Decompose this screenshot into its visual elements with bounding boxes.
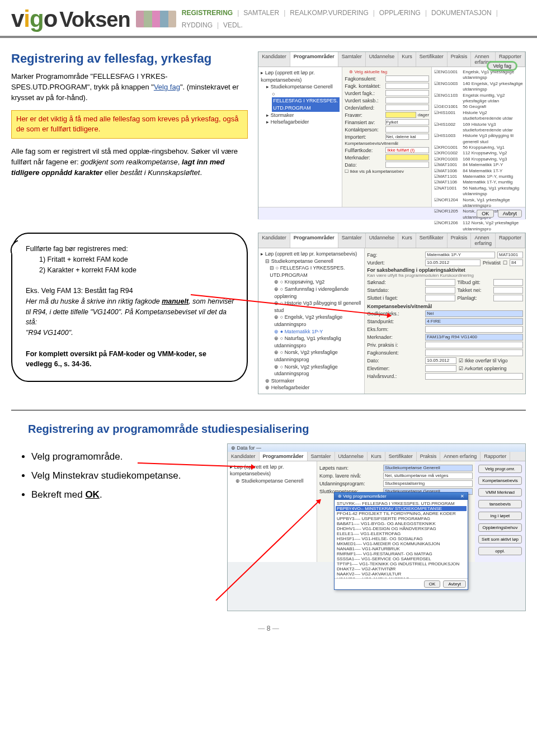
tab-kurs[interactable]: Kurs — [398, 233, 416, 248]
tab-programområder[interactable]: Programområder — [290, 52, 338, 67]
avkortet-checkbox[interactable]: Avkortet opplæring — [464, 366, 506, 371]
kontaktperson-input[interactable] — [385, 126, 429, 133]
tab-sertifikater[interactable]: Sertifikater — [416, 52, 447, 67]
shot3-tree[interactable]: ▸ Løp (opprett ett løp pr. kompetansebev… — [228, 461, 317, 562]
tab-sertifikater[interactable]: Sertifikater — [416, 233, 447, 248]
tab-programområder[interactable]: Programområder — [290, 233, 338, 248]
tab-praksis[interactable]: Praksis — [447, 233, 472, 248]
tab-samtaler[interactable]: Samtaler — [338, 52, 366, 67]
tab-sertifikater[interactable]: Sertifikater — [385, 452, 417, 461]
popup-avbryt-button[interactable]: Avbryt — [443, 580, 466, 588]
sluttet-input[interactable] — [425, 295, 455, 301]
fag-row[interactable]: ☑MAT1101Matematikk 1P-Y, muntlig — [434, 174, 523, 179]
velg-fag-link[interactable]: Velg fag — [154, 83, 180, 91]
avbryt-button[interactable]: Avbryt — [498, 210, 522, 218]
ikke-overfor-checkbox[interactable]: Ikke overfør til Vigo — [465, 358, 508, 363]
tansebevis-button[interactable]: tansebevis — [478, 500, 522, 508]
fag-row[interactable]: ☑GEO100156 Geografi — [434, 104, 523, 110]
tab-utdannelse[interactable]: Utdannelse — [335, 452, 368, 461]
fag-row[interactable]: ☑MAT1106Matematikk 1T-Y, muntlig — [434, 179, 523, 185]
fag-row[interactable]: ☑NOR1206112 Norsk, Vg2 yrkesfaglige utda… — [434, 220, 523, 232]
popup-item[interactable]: MKMED1---- VG1-MEDIER OG KOMMUNIKASJON — [336, 541, 467, 546]
fag-input[interactable]: Matematikk 1P-Y — [425, 252, 495, 258]
vmm-merknad-button[interactable]: VMM Merknad — [478, 488, 522, 497]
popup-item[interactable]: BABAT1---- VG1-BYGG- OG ANLEGGSTEKNIKK — [336, 521, 467, 526]
fag-row[interactable]: ☑ENG1001Engelsk, Vg1 yrkesfaglige utdann… — [434, 69, 523, 81]
tab-programområder[interactable]: Programområder — [260, 452, 308, 461]
fag-row[interactable]: ☑MAT100184 Matematikk 1P-Y — [434, 162, 523, 168]
popup-item[interactable]: RMRMF1---- VG1-RESTAURANT- OG MATFAG — [336, 551, 467, 556]
lopets-navn-input[interactable]: Studiekompetanse Generell — [383, 465, 473, 471]
ing-lopet-button[interactable]: ing i løpet — [478, 512, 522, 520]
fag-row[interactable]: ☑HIS1003Historie Vg3 påbygging til gener… — [434, 133, 523, 145]
fag-row[interactable]: ☑ENG1003140 Engelsk, Vg2 yrkesfaglige ut… — [434, 81, 523, 93]
komp-lavere-input[interactable]: Nei, sluttkompetanse må velges — [383, 472, 473, 479]
tab-praksis[interactable]: Praksis — [417, 452, 441, 461]
fag-row[interactable]: ☑MAT100684 Matematikk 1T-Y — [434, 168, 523, 174]
soknad-input[interactable] — [425, 279, 455, 286]
fag-row[interactable]: ☑NOR1204Norsk, Vg1 yrkesfaglige utdannin… — [434, 197, 523, 209]
fagk-kontaktet-input[interactable] — [385, 83, 429, 89]
tab-utdannelse[interactable]: Utdannelse — [366, 52, 399, 67]
fag-row[interactable]: ☑ENG1103Engelsk muntlig, Vg2 yrkesfaglig… — [434, 93, 523, 105]
popup-item[interactable]: PFO41-42 PROSJEKT TIL FORDYPNING, ANDRE … — [336, 511, 467, 516]
fagkonsulent-input[interactable] — [385, 75, 429, 82]
velg-fag-button[interactable]: Velg fag — [488, 62, 516, 70]
fag-row[interactable]: ☑KRO1002112 Kroppsøving, Vg2 — [434, 150, 523, 156]
popup-item[interactable]: PBPBY4VO-- MINSTEKRAV STUDIEKOMPETANSE — [336, 506, 467, 511]
dato-input[interactable] — [385, 162, 429, 168]
popup-item[interactable]: STUYRK---- FELLESFAG I YRKESSPES. UTD.PR… — [336, 501, 467, 506]
tab-utdannelse[interactable]: Utdannelse — [366, 233, 399, 248]
tab-rapporter[interactable]: Rapporter — [496, 233, 525, 248]
orden-input[interactable] — [385, 105, 429, 111]
startdato-input[interactable] — [425, 287, 455, 294]
vurdert-saksb-input[interactable] — [385, 97, 429, 103]
tab-kandidater[interactable]: Kandidater — [228, 452, 260, 461]
fag-row[interactable]: ☑HIS1001Historie Vg2 studieforberedende … — [434, 110, 523, 122]
shot1-tree[interactable]: ▸ Løp (opprett ett løp pr. kompetansebev… — [258, 67, 342, 207]
shot1-fag-list[interactable]: ☑ENG1001Engelsk, Vg1 yrkesfaglige utdann… — [432, 67, 525, 207]
tab-samtaler[interactable]: Samtaler — [308, 452, 335, 461]
tab-annen erfaring[interactable]: Annen erfaring — [471, 233, 496, 248]
standpunkt-input[interactable]: 4 FIRE — [425, 318, 523, 325]
sett-aktivt-button[interactable]: Sett som aktivt løp — [478, 535, 522, 544]
utdanningsprogram-input[interactable]: Studiespesialisering — [383, 480, 473, 487]
popup-list[interactable]: STUYRK---- FELLESFAG I YRKESSPES. UTD.PR… — [335, 500, 468, 578]
velg-progr-omr-button[interactable]: Velg progr.omr. — [478, 465, 522, 473]
fag-row[interactable]: ☑KRO1003168 Kroppsøving, Vg3 — [434, 157, 523, 162]
importert-input[interactable]: Nei, datene kal — [385, 134, 429, 140]
tab-kandidater[interactable]: Kandidater — [258, 52, 290, 67]
fag-row[interactable]: ☑NAT100156 Naturfag, Vg1 yrkesfaglig utd… — [434, 186, 523, 197]
tab-annen erfaring[interactable]: Annen erfaring — [440, 452, 481, 461]
tab-kurs[interactable]: Kurs — [368, 452, 385, 461]
shot2-tree[interactable]: ▸ Løp (opprett ett løp pr. kompetansebev… — [258, 248, 365, 394]
popup-item[interactable]: UPPBY3---- USPESIFISERTE PROGRAMFAG — [336, 516, 467, 521]
fag-row[interactable]: ☑KRO100156 Kroppsøving, Vg1 — [434, 145, 523, 150]
eksform-input[interactable] — [425, 326, 523, 333]
finansiert-input[interactable]: Fylket — [385, 119, 429, 125]
opplaeringsbehov-button[interactable]: Opplæringsbehov — [478, 523, 522, 532]
popup-item[interactable]: NAAKV2---- VG2-AKVAKULTUR — [336, 571, 467, 577]
tab-rapporter[interactable]: Rapporter — [481, 452, 510, 461]
close-icon[interactable]: ✕ — [460, 494, 464, 499]
oppl-button[interactable]: oppl. — [478, 547, 522, 555]
popup-item[interactable]: TPTIP1---- VG1-TEKNIKK OG INDUSTRIELL PR… — [336, 561, 467, 566]
popup-item[interactable]: SSSSA1---- VG1-SERVICE OG SAMFERDSEL — [336, 556, 467, 561]
ok-button[interactable]: OK — [477, 210, 494, 218]
dato2-input[interactable]: 10.05.2012 — [425, 357, 456, 364]
kompetansebevis-button[interactable]: Kompetansebevis — [478, 476, 522, 485]
fravaer-input[interactable] — [385, 112, 416, 118]
popup-ok-button[interactable]: OK — [424, 580, 441, 588]
tab-kurs[interactable]: Kurs — [398, 52, 416, 67]
vurdert-input[interactable]: 10.05.2012 — [425, 259, 481, 266]
merknader2-input[interactable]: FAM13/Fag R94 VG1400 — [425, 334, 523, 341]
popup-item[interactable]: DHDHV1---- VG1-DESIGN OG HÅNDVERKSFAG — [336, 526, 467, 531]
merknader-input[interactable] — [385, 154, 429, 160]
vurdert-fagk-input[interactable] — [385, 90, 429, 96]
godkjent-input[interactable]: Nei — [425, 310, 523, 317]
tab-praksis[interactable]: Praksis — [447, 52, 472, 67]
fag-row[interactable]: ☑HIS1002169 Historie Vg3 studieforberede… — [434, 122, 523, 134]
popup-item[interactable]: ELELE1---- VG1-ELEKTROFAG — [336, 531, 467, 536]
popup-item[interactable]: NANAB1---- VG1-NATURBRUK — [336, 546, 467, 551]
fullfortkode-input[interactable]: Ikke fullført (I) — [385, 147, 429, 153]
